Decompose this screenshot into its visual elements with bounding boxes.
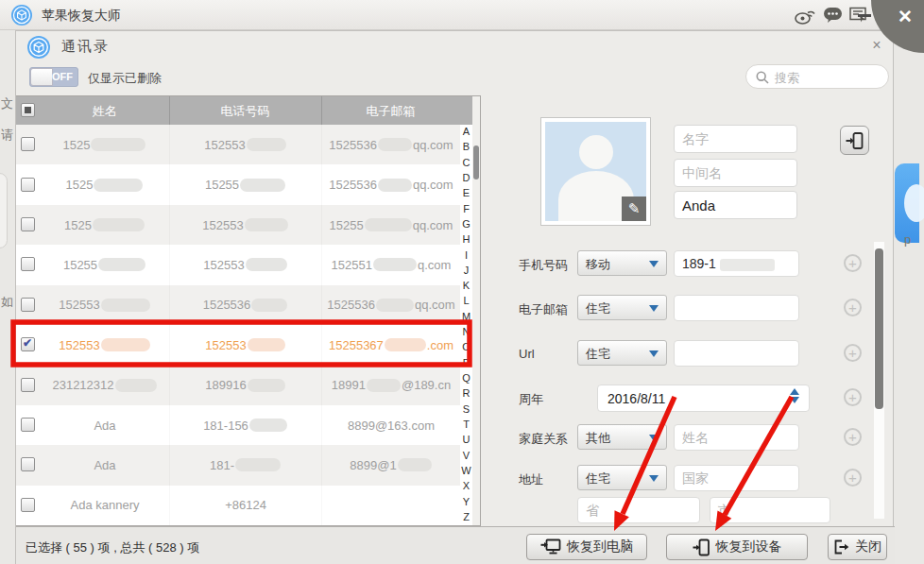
date-spinner[interactable] (790, 388, 799, 403)
address-type-value: 住宅 (586, 471, 610, 486)
alphabet-letter[interactable]: R (460, 386, 472, 402)
alphabet-letter[interactable]: D (460, 171, 472, 186)
add-anniversary-button[interactable]: + (844, 388, 862, 406)
add-email-button[interactable]: + (844, 299, 862, 316)
last-name-field[interactable]: Anda (674, 191, 797, 219)
form-scrollbar[interactable] (874, 242, 884, 519)
table-scrollbar[interactable] (472, 96, 480, 525)
alphabet-letter[interactable]: I (460, 248, 472, 264)
restore-to-pc-button[interactable]: 恢复到电脑 (526, 534, 647, 560)
table-row[interactable]: 152553 152553 15255367.com (16, 325, 460, 365)
alphabet-letter[interactable]: J (460, 264, 472, 279)
add-relation-button[interactable]: + (844, 428, 862, 446)
table-row[interactable]: 1525 152553 15255qq.com (16, 205, 460, 245)
table-row[interactable]: Ada kannery +86124 (16, 486, 460, 525)
row-checkbox[interactable] (21, 457, 35, 471)
alphabet-letter[interactable]: L (460, 294, 472, 309)
add-phone-button[interactable]: + (844, 254, 862, 272)
relation-type-dropdown[interactable]: 其他 (577, 424, 667, 450)
titlebar[interactable]: 苹果恢复大师 (0, 0, 924, 30)
minimize-button[interactable] (858, 14, 871, 17)
cell-phone: 152553 (169, 125, 321, 164)
alphabet-letter[interactable]: Q (460, 371, 472, 386)
alphabet-letter[interactable]: B (460, 140, 472, 155)
edit-photo-button[interactable]: ✎ (622, 197, 646, 221)
table-row[interactable]: 231212312 189916 18991@189.cn (16, 365, 460, 404)
search-placeholder: 搜索 (775, 70, 799, 87)
chat-icon[interactable] (823, 7, 843, 24)
restore-to-device-button[interactable]: 恢复到设备 (666, 534, 808, 560)
form-scrollbar-thumb[interactable] (875, 248, 883, 409)
alphabet-letter[interactable]: W (460, 464, 472, 479)
add-url-button[interactable]: + (844, 344, 862, 362)
alphabet-letter[interactable]: S (460, 402, 472, 418)
select-all-checkbox[interactable] (21, 103, 35, 117)
relation-name-input[interactable]: 姓名 (674, 424, 799, 451)
alphabet-letter[interactable]: A (460, 125, 472, 140)
phone-value: 189-1 (682, 256, 716, 271)
spin-up-icon[interactable] (790, 388, 799, 395)
show-deleted-toggle[interactable]: OFF (29, 67, 78, 87)
country-input[interactable]: 国家 (674, 465, 799, 491)
url-input[interactable] (674, 340, 799, 367)
alphabet-letter[interactable]: V (460, 449, 472, 464)
dialog-close-button[interactable]: × (868, 37, 885, 54)
row-checkbox[interactable] (21, 337, 35, 351)
city-input[interactable]: 市 (710, 497, 830, 523)
row-checkbox[interactable] (21, 418, 35, 432)
row-checkbox[interactable] (21, 378, 35, 392)
background-fragment-text: 文 (1, 95, 15, 112)
alphabet-letter[interactable]: P (460, 356, 472, 371)
middle-name-field[interactable]: 中间名 (674, 159, 797, 187)
table-scrollbar-thumb[interactable] (473, 145, 479, 179)
row-checkbox[interactable] (21, 137, 35, 151)
alphabet-letter[interactable]: C (460, 156, 472, 171)
alphabet-letter[interactable]: K (460, 279, 472, 294)
weibo-icon[interactable] (794, 7, 816, 26)
add-address-button[interactable]: + (844, 469, 862, 487)
table-row[interactable]: Ada 181- 8899@1 (16, 445, 460, 485)
phone-type-dropdown[interactable]: 移动 (577, 250, 667, 276)
email-type-dropdown[interactable]: 住宅 (577, 295, 667, 320)
row-checkbox[interactable] (21, 217, 35, 231)
header-phone[interactable]: 电话号码 (169, 103, 321, 120)
first-name-field[interactable]: 名字 (674, 125, 797, 153)
address-type-dropdown[interactable]: 住宅 (577, 465, 667, 490)
province-input[interactable]: 省 (577, 497, 700, 523)
alphabet-letter[interactable]: O (460, 340, 472, 355)
table-row[interactable]: 152553 1525536 1525536qq.com (16, 285, 460, 325)
close-window-button[interactable]: ✕ (894, 6, 916, 27)
alphabet-letter[interactable]: E (460, 186, 472, 201)
table-row[interactable]: 1525 152553 1525536qq.com (16, 125, 460, 164)
export-to-device-button[interactable] (840, 126, 869, 155)
header-name[interactable]: 姓名 (41, 103, 169, 120)
alphabet-letter[interactable]: G (460, 217, 472, 232)
header-email[interactable]: 电子邮箱 (321, 103, 460, 120)
url-type-dropdown[interactable]: 住宅 (577, 340, 667, 366)
table-row[interactable]: 1525 15255 1525536qq.com (16, 164, 460, 204)
alphabet-letter[interactable]: F (460, 202, 472, 217)
email-input[interactable] (674, 295, 799, 321)
alphabet-letter[interactable]: Y (460, 495, 472, 510)
row-checkbox[interactable] (21, 178, 35, 192)
table-row[interactable]: 15255 152553 152551q.com (16, 245, 460, 284)
alphabet-letter[interactable]: H (460, 232, 472, 248)
row-checkbox[interactable] (21, 298, 35, 312)
row-checkbox[interactable] (21, 257, 35, 271)
cell-phone: 152553 (169, 205, 321, 245)
first-name-placeholder: 名字 (682, 131, 709, 146)
anniversary-date-field[interactable]: 2016/8/11 (597, 385, 810, 412)
alphabet-letter[interactable]: T (460, 418, 472, 433)
alphabet-letter[interactable]: U (460, 433, 472, 448)
search-box[interactable]: 搜索 (745, 64, 889, 89)
close-dialog-button[interactable]: 关闭 (828, 534, 887, 560)
row-checkbox[interactable] (21, 498, 35, 512)
alphabet-letter[interactable]: M (460, 310, 472, 325)
alphabet-letter[interactable]: N (460, 325, 472, 340)
header-divider (321, 96, 322, 125)
alphabet-letter[interactable]: Z (460, 510, 472, 525)
table-row[interactable]: Ada 181-156 8899@163.com (16, 405, 460, 445)
alphabet-letter[interactable]: X (460, 479, 472, 494)
spin-down-icon[interactable] (790, 397, 799, 403)
phone-input[interactable]: 189-1 (674, 250, 799, 277)
